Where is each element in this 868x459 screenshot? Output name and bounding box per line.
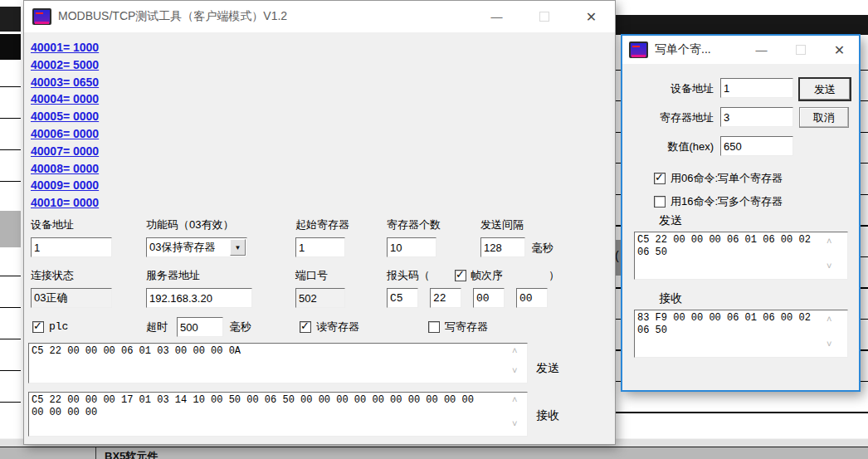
frame-order-checkbox[interactable] — [455, 270, 466, 281]
close-icon[interactable]: ✕ — [568, 1, 615, 32]
dialog-receive-textarea[interactable]: 83 F9 00 00 00 06 01 06 00 02 06 50 — [634, 310, 848, 358]
dialog-send-label: 发送 — [659, 213, 682, 228]
background-dark-band — [614, 15, 868, 35]
main-window-title: MODBUS/TCP测试工具（客户端模式）V1.2 — [58, 9, 287, 24]
register-link[interactable]: 40005= 0000 — [31, 108, 99, 125]
maximize-icon[interactable] — [520, 1, 568, 32]
maximize-icon[interactable] — [781, 36, 820, 64]
server-address-label: 服务器地址 — [146, 268, 200, 283]
minimize-icon[interactable]: — — [742, 36, 781, 64]
timeout-input[interactable] — [177, 317, 223, 337]
start-register-input[interactable] — [295, 237, 345, 257]
background-bottom-bar-divider — [95, 447, 96, 459]
app-icon — [629, 42, 648, 58]
timeout-label: 超时 — [146, 320, 168, 334]
dialog-value-hex-input[interactable] — [720, 136, 793, 156]
device-address-input[interactable] — [31, 237, 112, 257]
plc-label: plc — [49, 320, 68, 333]
receive-label: 接收 — [536, 408, 559, 423]
dialog-register-address-input[interactable] — [720, 107, 793, 127]
write-register-dialog: 写单个寄... — ✕ 设备地址 发送 寄存器地址 取消 数值(hex) 用06… — [621, 34, 861, 392]
dialog-send-button[interactable]: 发送 — [798, 77, 851, 101]
plc-checkbox[interactable] — [32, 321, 44, 333]
cmd16-label: 用16命令:写多个寄存器 — [671, 194, 783, 209]
dialog-device-address-input[interactable] — [720, 78, 793, 98]
scroll-up-icon[interactable]: ˄ — [512, 346, 613, 354]
background-selected-row — [0, 211, 21, 247]
write-register-label: 写寄存器 — [445, 320, 488, 334]
register-link[interactable]: 40003= 0650 — [31, 74, 99, 91]
server-address-input[interactable] — [146, 288, 252, 308]
dialog-cancel-button[interactable]: 取消 — [799, 107, 849, 128]
dialog-titlebar: 写单个寄... — ✕ — [622, 36, 859, 64]
main-titlebar: MODBUS/TCP测试工具（客户端模式）V1.2 — ✕ — [24, 1, 615, 32]
scroll-down-icon[interactable]: ˅ — [512, 419, 613, 442]
background-dark-row — [0, 7, 21, 32]
register-link[interactable]: 40004= 0000 — [31, 90, 99, 108]
function-code-label: 功能码（03有效） — [146, 217, 233, 232]
timeout-unit: 毫秒 — [230, 320, 251, 334]
scroll-up-icon[interactable]: ˄ — [512, 395, 613, 403]
scroll-up-icon[interactable]: ˄ — [827, 315, 857, 323]
port-label: 端口号 — [295, 268, 328, 283]
register-link[interactable]: 40001= 1000 — [31, 39, 99, 56]
cmd06-label: 用06命令:写单个寄存器 — [671, 171, 783, 186]
write-register-checkbox[interactable] — [428, 321, 440, 333]
screen: ( 77 BX5软元件 MODBUS/TCP测试工具（客户端模式）V1.2 — … — [0, 0, 868, 459]
scroll-up-icon[interactable]: ˄ — [827, 237, 857, 245]
main-window: MODBUS/TCP测试工具（客户端模式）V1.2 — ✕ 40001= 100… — [23, 0, 616, 445]
register-list: 40001= 1000 40002= 5000 40003= 0650 4000… — [31, 39, 99, 212]
device-address-label: 设备地址 — [31, 217, 74, 232]
send-interval-label: 发送间隔 — [480, 217, 524, 232]
read-register-label: 读寄存器 — [316, 320, 359, 334]
register-link[interactable]: 40006= 0000 — [31, 125, 99, 143]
cmd06-checkbox[interactable] — [654, 173, 666, 184]
header-byte-2-input[interactable] — [430, 288, 461, 308]
register-count-input[interactable] — [387, 237, 436, 257]
header-byte-3-input[interactable] — [473, 288, 505, 308]
send-interval-input[interactable] — [480, 237, 525, 257]
frame-order-label: 帧次序 — [471, 268, 503, 283]
start-register-label: 起始寄存器 — [295, 217, 349, 232]
header-byte-1-input[interactable] — [387, 288, 418, 308]
dialog-title: 写单个寄... — [655, 42, 711, 57]
dialog-send-textarea[interactable]: C5 22 00 00 00 06 01 06 00 02 06 50 — [634, 232, 848, 280]
dialog-window-controls: — ✕ — [742, 36, 859, 64]
register-link[interactable]: 40008= 0000 — [31, 160, 99, 178]
header-code-label: 报头码（ — [387, 268, 430, 283]
read-register-checkbox[interactable] — [300, 321, 311, 333]
scroll-down-icon[interactable]: ˅ — [827, 339, 857, 388]
main-window-controls: — ✕ — [473, 1, 615, 32]
background-grid-lines-left — [0, 86, 21, 418]
dialog-device-address-label: 设备地址 — [624, 81, 714, 96]
background-dark-row — [0, 34, 21, 60]
receive-frame-textarea[interactable]: C5 22 00 00 00 17 01 03 14 10 00 50 00 0… — [28, 392, 528, 437]
header-byte-4-input[interactable] — [516, 288, 548, 308]
close-icon[interactable]: ✕ — [820, 36, 859, 64]
dialog-value-hex-label: 数值(hex) — [624, 139, 714, 154]
function-code-select[interactable]: 03保持寄存器 — [146, 237, 247, 257]
dialog-register-address-label: 寄存器地址 — [624, 110, 714, 125]
minimize-icon[interactable]: — — [473, 1, 520, 32]
connection-status-field — [31, 288, 112, 308]
function-code-value: 03保持寄存器 — [147, 240, 229, 255]
register-link[interactable]: 40010= 0000 — [31, 194, 99, 212]
register-link[interactable]: 40007= 0000 — [31, 143, 99, 160]
cmd16-checkbox[interactable] — [654, 196, 666, 208]
register-link[interactable]: 40009= 0000 — [31, 177, 99, 194]
send-frame-textarea[interactable]: C5 22 00 00 00 06 01 03 00 00 00 0A — [28, 343, 528, 383]
app-icon — [32, 8, 51, 25]
send-interval-unit: 毫秒 — [532, 241, 553, 256]
send-label: 发送 — [536, 361, 559, 376]
connection-status-label: 连接状态 — [31, 268, 74, 283]
dialog-receive-label: 接收 — [659, 291, 682, 306]
chevron-down-icon[interactable] — [230, 239, 246, 256]
port-input[interactable] — [295, 288, 345, 308]
background-bottom-bar-label: BX5软元件 — [105, 449, 158, 459]
register-count-label: 寄存器个数 — [387, 217, 441, 232]
header-code-close-paren: ） — [549, 268, 559, 283]
register-link[interactable]: 40002= 5000 — [31, 56, 99, 74]
